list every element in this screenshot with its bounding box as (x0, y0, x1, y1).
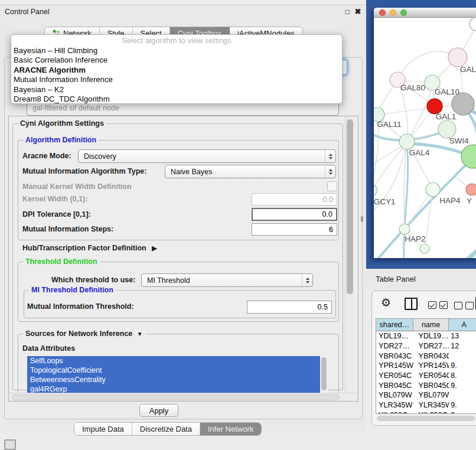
table-settings-gear-icon[interactable]: ⚙ (381, 296, 391, 309)
network-node-gcy1[interactable] (374, 185, 377, 195)
kernel-width-field[interactable]: 0.0 (252, 193, 337, 206)
apply-button[interactable]: Apply (139, 404, 178, 417)
table-row[interactable]: YBR043CYBR043C (376, 351, 476, 361)
manual-kernel-width-checkbox[interactable] (327, 181, 337, 191)
table-cell: YDR27… (413, 342, 449, 350)
select-all-columns-icon[interactable] (428, 301, 448, 309)
table-row[interactable]: YLR345WYLR345W9. (376, 400, 476, 410)
table-row[interactable]: YBR045CYBR045C9. (376, 380, 476, 390)
minimize-window-icon[interactable] (390, 9, 396, 16)
network-node-swi4[interactable] (438, 120, 456, 138)
algorithm-option-basic-correlation-inference[interactable]: Basic Correlation Inference (11, 56, 342, 65)
settings-scroll-pane: Cyni Algorithm Settings Algorithm Defini… (8, 116, 358, 402)
table-cell: 9 (449, 411, 476, 414)
table-panel-titlebar: Table Panel (366, 269, 476, 290)
float-window-icon[interactable]: □ (343, 7, 352, 17)
table-cell: YPR145W (413, 361, 449, 370)
table-row[interactable]: YDL19…YDL19…13 (376, 331, 476, 341)
mi-steps-field[interactable]: 6 (252, 223, 337, 236)
scrollbar-thumb[interactable] (321, 357, 327, 390)
column-header-a[interactable]: A (449, 319, 476, 331)
dpi-tolerance-label: DPI Tolerance [0,1]: (22, 210, 91, 219)
network-graph: GALGAL80GAL10GAL1GAL11SWI4GAL4HAP4YGCY1H… (374, 18, 476, 258)
expand-down-icon: ▼ (137, 331, 143, 337)
column-header-name[interactable]: name (413, 319, 449, 331)
collapsed-panel-button[interactable] (4, 439, 16, 450)
table-cell: 9. (449, 381, 476, 390)
attribute-option-gal4rgexp[interactable]: gal4RGexp (27, 384, 320, 393)
bottom-tab-impute-data[interactable]: Impute Data (74, 423, 132, 435)
bottom-tab-discretize-data[interactable]: Discretize Data (132, 423, 200, 435)
dpi-tolerance-field[interactable]: 0.0 (252, 208, 337, 221)
which-threshold-label: Which threshold to use: (51, 276, 135, 284)
settings-vertical-scrollbar[interactable] (345, 116, 354, 393)
network-node-hap4[interactable] (426, 182, 440, 197)
algorithm-option-bayesian-k2[interactable]: Bayesian – K2 (11, 85, 342, 94)
network-node[interactable] (420, 244, 429, 253)
network-node[interactable] (461, 145, 476, 168)
split-pane-divider-grip[interactable] (361, 216, 363, 222)
network-edge (374, 144, 407, 189)
table-row[interactable]: YIL052CYIL052C9 (376, 410, 476, 415)
column-header-shared[interactable]: shared… (376, 319, 413, 331)
hub-definition-toggle[interactable]: Hub/Transcription Factor Definition ▶ (22, 244, 157, 252)
list-scrollbar[interactable] (320, 356, 328, 393)
network-node-gal[interactable] (448, 48, 467, 67)
network-node-y[interactable] (466, 184, 476, 195)
network-node[interactable] (470, 18, 476, 31)
network-node-label: SWI4 (449, 136, 468, 145)
hub-definition-label: Hub/Transcription Factor Definition (22, 244, 146, 252)
tab-label: Impute Data (82, 425, 124, 433)
mi-algorithm-type-label: Mutual Information Algorithm Type: (22, 167, 146, 175)
settings-horizontal-scrollbar[interactable] (9, 393, 358, 402)
close-panel-icon[interactable]: ✖ (353, 7, 363, 17)
aracne-mode-value: Discovery (79, 152, 325, 161)
network-node-label: GAL10 (435, 87, 459, 96)
table-row[interactable]: YPR145WYPR145W9. (376, 361, 476, 371)
mi-algorithm-type-combobox[interactable]: Naive Bayes (165, 165, 336, 178)
network-node-label: GAL4 (409, 148, 430, 157)
attribute-option-selfloops[interactable]: SelfLoops (27, 356, 320, 366)
network-node-hap2[interactable] (399, 224, 410, 234)
table-row[interactable]: YDR27…YDR27…12 (376, 341, 476, 351)
network-edge (440, 243, 476, 258)
which-threshold-combobox[interactable]: MI Threshold (141, 273, 313, 287)
network-node-label: HAP2 (405, 234, 425, 243)
algorithm-option-mutual-information-inference[interactable]: Mutual Information Inference (11, 75, 342, 84)
group-title: Threshold Definition (23, 257, 100, 266)
attribute-option-topologicalcoefficient[interactable]: TopologicalCoefficient (27, 366, 320, 375)
attribute-option-betweennesscentrality[interactable]: BetweennessCentrality (27, 375, 320, 384)
network-window-titlebar[interactable] (374, 8, 476, 18)
scrollbar-thumb[interactable] (12, 394, 340, 400)
algorithm-option-dream8-dc-tdc-algorithm[interactable]: Dream8 DC_TDC Algorithm (11, 94, 342, 104)
table-cell: YBR043C (413, 352, 449, 360)
collapse-right-icon: ▶ (152, 244, 157, 252)
table-cell: YBR045C (376, 381, 413, 390)
table-row[interactable]: YER054CYER054C8. (376, 371, 476, 381)
bottom-tab-infer-network[interactable]: Infer Network (200, 423, 261, 435)
network-view-window[interactable]: GALGAL80GAL10GAL1GAL11SWI4GAL4HAP4YGCY1H… (374, 8, 476, 258)
table-row[interactable]: YBL079WYBL079W (376, 390, 476, 400)
zoom-window-icon[interactable] (400, 9, 407, 16)
aracne-mode-combobox[interactable]: Discovery (78, 149, 336, 163)
combo-stepper-icon (302, 274, 312, 286)
table-horizontal-scrollbar[interactable] (376, 415, 476, 422)
mi-threshold-field[interactable]: 0.5 (247, 301, 332, 314)
table-cell: YIL052C (413, 411, 449, 414)
show-columns-icon[interactable] (405, 298, 418, 310)
table-cell: YLR345W (376, 401, 413, 409)
table-cell: YBL079W (376, 391, 413, 399)
control-panel-titlebar: Control Panel □ ✖ (0, 5, 366, 19)
algorithm-option-aracne-algorithm[interactable]: ARACNE Algorithm (11, 66, 342, 75)
deselect-all-columns-icon[interactable] (454, 302, 474, 309)
close-window-icon[interactable] (379, 9, 386, 16)
network-node-gal4[interactable] (399, 134, 415, 149)
table-cell: 12 (449, 342, 476, 350)
scrollbar-thumb[interactable] (347, 119, 353, 294)
sources-toggle[interactable]: Sources for Network Inference ▼ (23, 330, 145, 338)
algorithm-option-bayesian-hill-climbing[interactable]: Bayesian – Hill Climbing (11, 46, 342, 56)
combo-stepper-icon (325, 150, 335, 162)
network-node-label: GAL11 (377, 120, 401, 129)
table-panel-title: Table Panel (376, 275, 416, 283)
scrollbar-thumb[interactable] (377, 416, 475, 421)
